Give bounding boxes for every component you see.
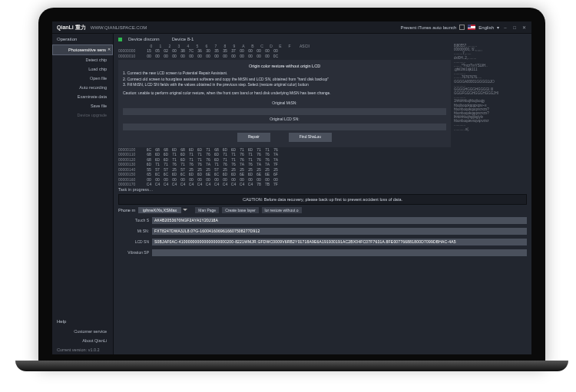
app-logo: QianLi 重力 [57,24,86,31]
language-selector[interactable]: English [478,25,494,30]
device-name-label: Device 8-1 [172,37,194,41]
sidebar-heading-operation: Operation [52,34,113,44]
sidebar: Operation Photosensitive sens Detect chi… [52,34,114,354]
hex-bottom-rows: 000001006C68686D686D6D71686D6D716D717176… [118,147,451,187]
vibration-sp-field[interactable] [152,249,527,256]
restore-without-button[interactable]: lor restore without o [262,207,302,213]
instruction-title: Origin color restore without origin LCD [123,63,446,69]
touch-sn-field[interactable]: AK4B2053670NGF2AYA1Y20J18A [152,217,527,224]
sidebar-item-examinate-data[interactable]: Examinate data [52,92,113,101]
titlebar: QianLi 重力 WWW.QIANLISPACE.COM Prevent iT… [52,21,531,34]
lcd-sn-field[interactable]: S0BJAF0AC-410000000000000000000200-8221W… [152,239,527,245]
device-status-icon [118,38,122,41]
sidebar-item-load-chip[interactable]: Load chip [52,64,113,74]
hex-row: 000000100000000000000000000000000000000C [118,54,451,59]
lcd-sn-label: LCD SN [118,239,149,244]
touch-sn-label: Touch S [118,218,149,222]
language-caret-icon[interactable]: ▾ [497,25,499,30]
caution-bar: CAUTION: Before data recovery, please ba… [118,194,527,205]
instr-caution: Caution: unable to perform original colo… [123,91,446,97]
original-lcdsn-label: Original LCD SN: [123,117,446,123]
sidebar-item-about[interactable]: About QianLi [52,336,113,345]
vibration-sp-label: Vibration SP [118,250,149,255]
url-text: WWW.QIANLISPACE.COM [91,25,147,30]
maximize-button[interactable]: □ [511,25,518,30]
device-disconnect-label: Device disconn [128,37,160,41]
phone-model-label: Phone m [118,208,135,212]
close-button[interactable]: ✕ [521,25,527,30]
sidebar-item-auto-recording[interactable]: Auto recording [52,83,113,92]
sidebar-item-detect-chip[interactable]: Detect chip [52,55,113,64]
prevent-itunes-label: Prevent iTunes auto launch [400,25,456,30]
instr-line-2: 2. Connect old screen to hourglass assis… [123,77,446,83]
task-progress-label: Task in progress… [118,187,451,192]
sidebar-heading-help: Help [52,316,113,327]
phone-model-select[interactable]: iphneX/Xs,XSMax [138,207,181,213]
mt-sn-label: Mt SN: [118,229,149,233]
laptop-base [15,361,568,371]
find-shalou-button[interactable]: Find ShaLou [289,133,332,142]
original-lcdsn-input[interactable] [123,124,446,130]
main-panel: Device disconn Device 8-1 0123456789ABCD… [114,34,531,354]
prevent-itunes-checkbox[interactable] [459,25,465,30]
original-mtsn-input[interactable] [123,108,446,115]
mt-sn-field[interactable]: FXT8247DWA3JL8.0?G-160041606961660750827… [152,228,527,235]
original-mtsn-label: Original MtSN: [123,100,446,107]
sidebar-item-open-file[interactable]: Open file [52,74,113,83]
minimize-button[interactable]: – [502,25,508,30]
create-base-layer-button[interactable]: Create base layer [222,207,258,213]
sidebar-item-device-upgrade[interactable]: Device upgrade [52,110,113,120]
instr-line-3: 3. Fill MtSN, LCD SN fields with the val… [123,82,446,88]
flag-icon [468,25,475,30]
version-label: Current version: v1.0.2 [52,345,113,354]
hex-top-rows: 0000000015050200387C36303535370000000000… [118,48,451,58]
sidebar-item-photosensitive[interactable]: Photosensitive sens [52,44,113,55]
sidebar-item-save-file[interactable]: Save file [52,101,113,110]
sidebar-item-customer-service[interactable]: Customer service [52,327,113,336]
ascii-column: 8|80557,..........00000000,.'6'.,,,,,,,.… [454,44,527,192]
repair-button[interactable]: Repair [237,133,270,142]
instr-line-1: 1. Connect the new LCD screen to Potenti… [123,71,446,77]
ascii-line: ............x{. [454,127,527,131]
instruction-box: Origin color restore without origin LCD … [118,60,451,147]
man-page-button[interactable]: Man Page [195,207,219,213]
